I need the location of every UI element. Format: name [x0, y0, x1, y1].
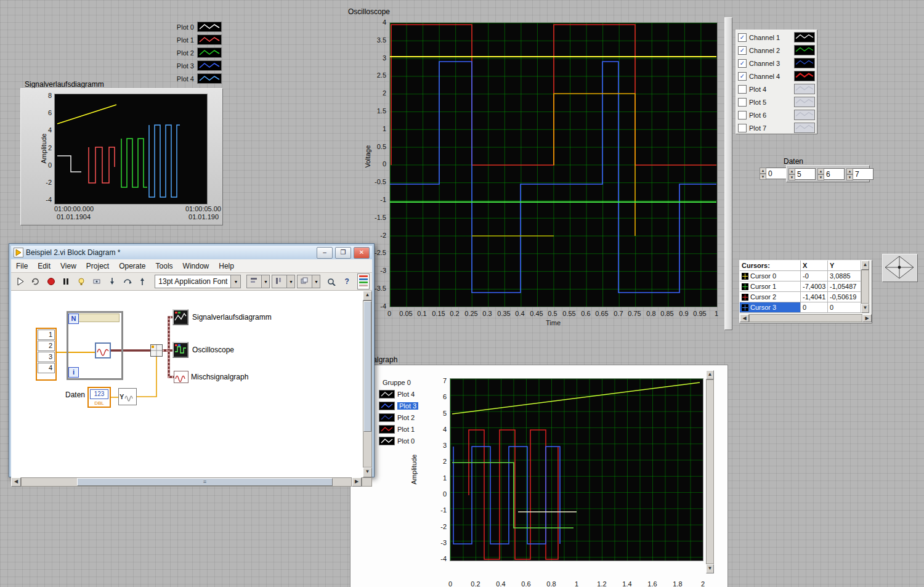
help-button[interactable]: ? — [340, 274, 354, 289]
scroll-down-icon[interactable]: ▼ — [706, 564, 714, 573]
oscilloscope-terminal-icon[interactable] — [172, 342, 188, 358]
step-over-icon[interactable] — [121, 274, 134, 289]
channel-3-checkbox[interactable]: ✓ — [738, 59, 747, 68]
channel-row[interactable]: Plot 5 — [738, 95, 815, 108]
scroll-up-icon[interactable]: ▲ — [706, 370, 714, 379]
menu-file[interactable]: File — [11, 261, 33, 272]
plot-2-waveform-icon[interactable] — [197, 47, 222, 58]
menu-edit[interactable]: Edit — [33, 261, 55, 272]
plot-legend-row[interactable]: Plot 1 — [165, 33, 222, 46]
distribute-objects-dropdown[interactable]: ▼ — [272, 275, 295, 288]
plot-3-waveform-icon[interactable] — [197, 60, 222, 71]
plot-7-disabled-icon[interactable] — [794, 123, 815, 133]
abort-button[interactable] — [44, 274, 58, 289]
diagram-canvas[interactable]: 1 2 3 4 N i — [11, 291, 363, 477]
build-array-node[interactable] — [150, 344, 163, 357]
decrement-icon[interactable]: ▼ — [788, 174, 795, 180]
plot-1-waveform-icon[interactable] — [197, 34, 222, 45]
menu-help[interactable]: Help — [214, 261, 239, 272]
daten-terminal-icon[interactable]: 123 DBL — [87, 387, 111, 408]
cursor-x-value[interactable]: 0 — [801, 302, 828, 313]
cursor-x-value[interactable]: -7,4003 — [801, 281, 828, 292]
daten-value-1[interactable]: 5 — [795, 168, 816, 180]
misch-vscrollbar[interactable]: ▲ ▼ — [706, 370, 714, 573]
array-cell[interactable]: 2 — [38, 341, 55, 351]
daten-spinner-1[interactable]: ▲▼ 5 — [788, 168, 816, 180]
maximize-button[interactable]: ❐ — [335, 247, 351, 259]
cursor-vscroll-track[interactable] — [861, 270, 869, 304]
daten-value-0[interactable]: 0 — [766, 168, 787, 179]
cursor-y-value[interactable]: 3,0885 — [828, 271, 861, 281]
plot-legend-row[interactable]: Plot 4 — [165, 72, 222, 85]
cursor-y-value[interactable]: -1,05487 — [828, 281, 861, 292]
font-selector[interactable]: 13pt Application Font ▼ — [155, 275, 241, 288]
misch-plot-area[interactable] — [450, 378, 703, 561]
decrement-icon[interactable]: ▼ — [760, 174, 766, 180]
channel-row[interactable]: Plot 6 — [738, 108, 815, 121]
channel-row[interactable]: ✓ Channel 2 — [738, 44, 815, 57]
scroll-right-icon[interactable]: ▶ — [352, 477, 362, 487]
channel-row[interactable]: ✓ Channel 3 — [738, 57, 815, 70]
cursor-hscrollbar[interactable]: ◀ ▶ — [740, 314, 872, 322]
retain-wire-values-icon[interactable] — [90, 274, 103, 289]
plot-7-checkbox[interactable] — [738, 124, 747, 132]
channel-2-checkbox[interactable]: ✓ — [738, 46, 747, 55]
increment-icon[interactable]: ▲ — [788, 168, 795, 174]
scroll-left-icon[interactable]: ◀ — [740, 314, 749, 322]
plot-4-disabled-icon[interactable] — [794, 84, 815, 94]
array-constant[interactable]: 1 2 3 4 — [36, 328, 57, 381]
daten-value-3[interactable]: 7 — [853, 168, 873, 180]
array-cell[interactable]: 1 — [38, 330, 55, 340]
array-cell[interactable]: 3 — [38, 352, 55, 362]
cursor-x-value[interactable]: -1,4041 — [801, 292, 828, 302]
daten-spinner-3[interactable]: ▲▼ 7 — [846, 168, 873, 180]
cursor-x-value[interactable]: -0 — [801, 271, 828, 281]
step-out-icon[interactable] — [136, 274, 150, 289]
cursor-y-value[interactable]: 0 — [828, 302, 861, 313]
plot-4-waveform-icon[interactable] — [197, 73, 222, 84]
channel-1-checkbox[interactable]: ✓ — [738, 33, 747, 42]
increment-icon[interactable]: ▲ — [817, 168, 824, 174]
channel-2-waveform-icon[interactable] — [794, 45, 815, 55]
diagram-hscrollbar[interactable]: ◀ ≡ ▶ — [11, 477, 372, 487]
misch-legend-row[interactable]: Plot 4 — [379, 390, 415, 399]
channel-4-waveform-icon[interactable] — [794, 71, 815, 81]
signal-chart-terminal-icon[interactable] — [172, 309, 188, 325]
plot-legend-row[interactable]: Plot 3 — [165, 59, 222, 72]
close-button[interactable]: ✕ — [354, 247, 370, 259]
misch-legend-row-selected[interactable]: Plot 3 — [379, 402, 418, 410]
channel-4-checkbox[interactable]: ✓ — [738, 72, 747, 81]
cursor-vscrollbar[interactable]: ▲ ▼ — [861, 261, 869, 313]
diagram-hscroll-track[interactable]: ≡ — [21, 477, 352, 487]
chevron-down-icon[interactable]: ▼ — [230, 275, 240, 288]
misch-plot2-icon[interactable] — [379, 413, 395, 422]
misch-terminal-icon[interactable] — [174, 371, 188, 383]
cursor-row-name[interactable]: Cursor 0 — [740, 271, 801, 281]
cursor-row-name[interactable]: Cursor 1 — [740, 281, 801, 292]
loop-iteration-terminal[interactable]: i — [68, 367, 79, 378]
misch-legend-row[interactable]: Plot 2 — [379, 413, 415, 422]
misch-legend-row[interactable]: Plot 0 — [379, 437, 415, 445]
menu-project[interactable]: Project — [81, 261, 114, 272]
channel-row[interactable]: ✓ Channel 4 — [738, 70, 815, 83]
decrement-icon[interactable]: ▼ — [846, 174, 853, 180]
menu-view[interactable]: View — [55, 261, 81, 272]
plot-5-checkbox[interactable] — [738, 98, 747, 107]
plot-4-checkbox[interactable] — [738, 85, 747, 94]
scroll-up-icon[interactable]: ▲ — [363, 291, 372, 301]
step-into-icon[interactable] — [105, 274, 119, 289]
window-titlebar[interactable]: Beispiel 2.vi Block Diagram * – ❐ ✕ — [11, 246, 372, 259]
increment-icon[interactable]: ▲ — [760, 168, 766, 174]
diagram-vscrollbar[interactable]: ▲ ▼ — [363, 291, 372, 477]
increment-icon[interactable]: ▲ — [846, 168, 853, 174]
scroll-up-icon[interactable]: ▲ — [861, 261, 869, 270]
signal-chart-plot-area[interactable] — [54, 94, 208, 204]
daten-spinner-0[interactable]: ▲▼ 0 — [760, 168, 787, 179]
run-button[interactable] — [14, 274, 27, 289]
plot-legend-row[interactable]: Plot 0 — [165, 20, 222, 33]
misch-plot0-icon[interactable] — [379, 437, 395, 445]
hscroll-thumb[interactable]: ≡ — [77, 478, 333, 486]
misch-vscroll-track[interactable] — [706, 379, 714, 564]
daten-spinner-2[interactable]: ▲▼ 6 — [817, 168, 845, 180]
cursor-move-pad[interactable] — [882, 254, 918, 282]
